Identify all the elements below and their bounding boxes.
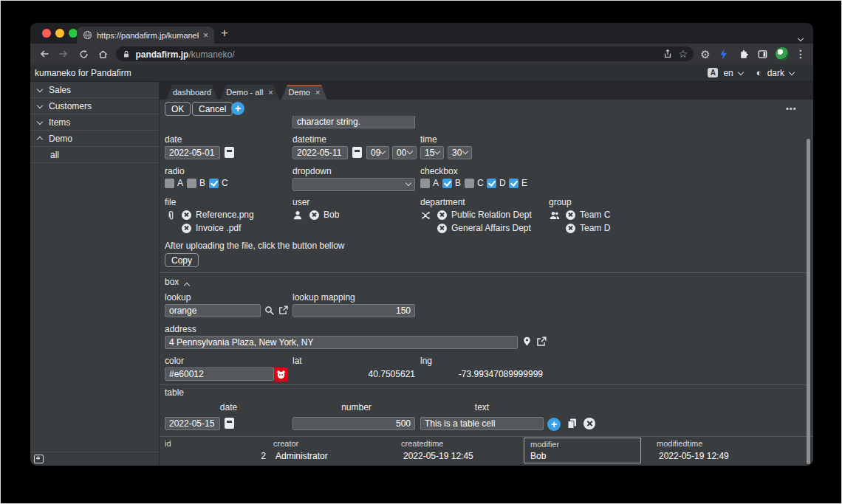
theme-select[interactable]: dark <box>767 68 784 78</box>
location-pin-icon[interactable] <box>522 336 532 347</box>
sidebar-item-demo-all[interactable]: all <box>30 147 159 163</box>
checkbox-option-a[interactable]: A <box>420 178 439 188</box>
sidebar-item-customers[interactable]: Customers <box>30 98 159 114</box>
duplicate-row-icon[interactable] <box>567 418 578 429</box>
address-bar[interactable]: pandafirm.jp/kumaneko/ ☆ <box>116 46 694 61</box>
checkbox-option-b[interactable]: B <box>442 178 461 188</box>
character-string-input[interactable]: character string. <box>292 116 415 128</box>
datetime-date-input[interactable]: 2022-05-11 <box>292 146 348 159</box>
close-window-button[interactable] <box>42 29 51 38</box>
app-title: kumaneko for Pandafirm <box>35 68 131 78</box>
table-text-input[interactable]: This is a table cell <box>420 417 544 430</box>
share-icon[interactable] <box>661 47 674 61</box>
browser-tab[interactable]: https://pandafirm.jp/kumaneko × <box>77 27 214 44</box>
sidebar-item-items[interactable]: Items <box>30 114 159 131</box>
checkbox-icon[interactable] <box>465 179 474 188</box>
sidebar-item-demo[interactable]: Demo <box>30 131 159 147</box>
user-chip: Bob <box>309 210 339 220</box>
remove-icon[interactable] <box>309 210 319 220</box>
checkbox-option-c[interactable]: C <box>465 178 484 188</box>
minimize-window-button[interactable] <box>55 29 64 38</box>
tab-title: https://pandafirm.jp/kumaneko <box>97 31 199 40</box>
checkbox-checked-icon[interactable] <box>509 179 518 188</box>
copy-button[interactable]: Copy <box>165 253 199 267</box>
delete-row-icon[interactable] <box>583 418 595 429</box>
bookmark-star-icon[interactable]: ☆ <box>679 49 688 59</box>
radio-box-icon[interactable] <box>187 179 196 188</box>
address-input[interactable]: 4 Pennsylvania Plaza, New York, NY <box>165 336 518 349</box>
profile-avatar[interactable] <box>776 47 789 61</box>
calendar-icon[interactable] <box>352 147 362 158</box>
table-number-input[interactable]: 500 <box>292 417 415 430</box>
lookup-input[interactable]: orange <box>165 304 261 317</box>
calendar-icon[interactable] <box>225 147 234 158</box>
radio-box-icon[interactable] <box>165 179 174 188</box>
home-icon[interactable] <box>97 47 110 61</box>
remove-icon[interactable] <box>437 210 447 220</box>
date-input[interactable]: 2022-05-01 <box>165 146 220 159</box>
datetime-minute-select[interactable]: 00 <box>392 146 417 159</box>
tab-dashboard[interactable]: dashboard <box>166 85 218 100</box>
add-row-button[interactable]: + <box>547 418 561 431</box>
checkbox-checked-icon[interactable] <box>487 179 496 188</box>
remove-icon[interactable] <box>182 224 191 233</box>
external-link-icon[interactable] <box>536 336 547 347</box>
radio-option-a[interactable]: A <box>165 178 183 188</box>
more-options-button[interactable]: ••• <box>786 104 797 113</box>
theme-chevron-icon[interactable] <box>789 69 795 75</box>
add-record-button[interactable]: + <box>231 102 244 115</box>
side-panel-icon[interactable] <box>756 47 770 61</box>
remove-icon[interactable] <box>566 210 575 220</box>
radio-option-b[interactable]: B <box>187 178 205 188</box>
time-minute-select[interactable]: 30 <box>448 146 472 159</box>
tab-close-icon[interactable]: × <box>203 31 208 40</box>
browser-titlebar: https://pandafirm.jp/kumaneko × + <box>30 23 813 44</box>
external-link-icon[interactable] <box>278 305 288 315</box>
language-select[interactable]: en <box>723 68 733 78</box>
lightning-extension-icon[interactable] <box>717 47 730 61</box>
settings-gear-icon[interactable]: ⚙ <box>700 49 710 60</box>
checkbox-checked-icon[interactable] <box>442 179 452 188</box>
remove-icon[interactable] <box>566 224 575 233</box>
tab-close-icon[interactable]: × <box>268 88 273 97</box>
datetime-hour-select[interactable]: 09 <box>366 146 389 159</box>
radio-option-c[interactable]: C <box>209 178 228 188</box>
collapse-box-icon[interactable] <box>184 283 190 289</box>
sidebar-item-sales[interactable]: Sales <box>30 82 159 98</box>
checkbox-option-d[interactable]: D <box>487 178 506 188</box>
tab-search-chevron-icon[interactable] <box>798 30 803 44</box>
calendar-icon[interactable] <box>225 418 234 429</box>
color-input[interactable]: #e60012 <box>165 367 274 381</box>
back-icon[interactable] <box>38 47 51 61</box>
paperclip-icon <box>166 210 176 221</box>
address-label: address <box>165 324 196 334</box>
time-hour-select[interactable]: 15 <box>420 146 444 159</box>
checkbox-icon[interactable] <box>420 179 430 188</box>
lookup-mapping-input[interactable]: 150 <box>292 304 415 317</box>
extensions-puzzle-icon[interactable] <box>736 47 750 61</box>
forward-icon[interactable] <box>58 47 71 61</box>
cancel-button[interactable]: Cancel <box>192 102 233 116</box>
browser-menu-icon[interactable]: ⋮ <box>795 49 806 59</box>
language-chevron-icon[interactable] <box>738 69 744 75</box>
upload-note: After uploading the file, click the butt… <box>165 241 344 251</box>
checkbox-option-e[interactable]: E <box>509 178 527 188</box>
tab-demo-all[interactable]: Demo - all × <box>220 85 279 100</box>
color-swatch-panda-icon[interactable] <box>274 367 288 382</box>
collapse-sidebar-icon[interactable] <box>34 455 44 463</box>
tab-demo[interactable]: Demo × <box>281 85 327 100</box>
remove-icon[interactable] <box>437 224 447 233</box>
remove-icon[interactable] <box>182 210 191 220</box>
group-chip: Team C <box>566 210 610 220</box>
ok-button[interactable]: OK <box>165 102 191 116</box>
tab-close-icon[interactable]: × <box>315 88 320 97</box>
reload-icon[interactable] <box>77 47 90 61</box>
search-icon[interactable] <box>264 305 275 316</box>
dropdown-select[interactable] <box>292 178 415 191</box>
modifier-value: Bob <box>530 451 546 461</box>
table-date-input[interactable]: 2022-05-15 <box>165 417 220 430</box>
radio-box-checked-icon[interactable] <box>209 179 219 188</box>
new-tab-button[interactable]: + <box>221 26 228 41</box>
vertical-scrollbar[interactable] <box>807 139 810 464</box>
radio-label: radio <box>165 166 185 176</box>
